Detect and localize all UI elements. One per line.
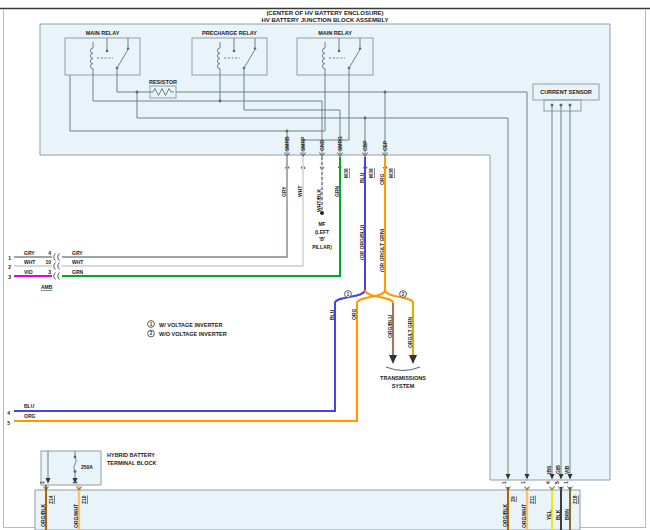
right-pin-10: 10 <box>45 259 51 265</box>
mf-line1: MF <box>318 221 325 227</box>
left-wire-vio: VIO <box>24 269 33 275</box>
header-line2: HV BATTERY JUNCTION BLOCK ASSEMBLY <box>261 17 388 23</box>
connector-code: M38 <box>388 168 394 178</box>
option-branch: 1 2 BLU ORG ORG/BLU ORG/LT GRN TRANSMISS… <box>14 290 426 421</box>
mf-ground: MF (LEFT 'B' PILLAR) <box>312 211 332 250</box>
connector-code: Z18 <box>572 495 578 504</box>
legend: 1 W/ VOLTAGE INVERTER 2 W/O VOLTAGE INVE… <box>148 321 227 337</box>
wire-blu-option1 <box>14 303 335 411</box>
pin-number: 1 <box>520 481 526 484</box>
left-connector: 1 2 3 GRY WHT VIO 4 10 3 GRY WHT GRN AMB <box>8 250 83 290</box>
wire-gry <box>62 157 287 257</box>
wire-label: ORG/BLK <box>502 504 508 527</box>
pin-number: 1 <box>72 481 78 484</box>
connector-symbol <box>54 254 60 261</box>
relay-tip-dot <box>254 47 257 50</box>
transmission-label-1: TRANSMISSIONS <box>380 375 426 381</box>
mf-line2: (LEFT <box>315 229 329 235</box>
pin-name-smrp: SMRP <box>300 136 306 151</box>
pin-number: 1 <box>501 481 507 484</box>
connector-code: Z9 <box>510 496 516 502</box>
connector-code: M36 <box>368 168 374 178</box>
resistor-label: RESISTOR <box>149 79 177 85</box>
left-pin-2: 2 <box>8 264 11 270</box>
pin-name-smrg: SMRG <box>337 136 343 151</box>
sensor-pin-gib-label: GIB <box>555 465 561 474</box>
transmission-arrow <box>389 355 397 364</box>
transmission-brace <box>386 367 420 371</box>
connector-symbol <box>54 273 60 280</box>
header-line1: (CENTER OF HV BATTERY ENCLOSURE) <box>266 10 383 16</box>
wiring-diagram: (CENTER OF HV BATTERY ENCLOSURE) HV BATT… <box>0 0 650 530</box>
left-wire-wht: WHT <box>24 259 35 265</box>
current-sensor-label: CURRENT SENSOR <box>540 89 592 95</box>
junction-dot <box>384 91 387 94</box>
terminal-block-label-2: TERMINAL BLOCK <box>107 460 156 466</box>
branch-label-blu: BLU <box>329 309 335 320</box>
pin-number: 5 <box>554 481 560 484</box>
relay-contact-dot <box>338 50 341 53</box>
pin-number: 4 <box>545 481 551 484</box>
relay-tip-dot <box>127 47 130 50</box>
legend-num-1: 1 <box>150 322 153 327</box>
pin-name-cbp: CBP <box>362 140 368 151</box>
right-pin-4: 4 <box>48 250 51 256</box>
wire-wht <box>62 157 303 266</box>
relay-contact-dot <box>233 50 236 53</box>
terminal-block-label-1: HYBRID BATTERY <box>107 452 155 458</box>
connector-code: Z14 <box>48 495 54 504</box>
branch-label-orgltgrn: ORG/LT GRN <box>407 317 413 348</box>
wire-label: BRN <box>564 509 570 520</box>
wire-label: YEL <box>546 510 552 520</box>
right-wire-grn: GRN <box>72 269 84 275</box>
legend-num-2: 2 <box>150 331 153 336</box>
branch-label-orgblu: ORG/BLU <box>387 315 393 338</box>
connector-code: M36 <box>343 168 349 178</box>
junction-pin-row: SMRB SMRP GND SMRG CBP CEP 1 2 3 4 1 1 M… <box>281 136 394 272</box>
row1-pin: 4 <box>7 410 10 416</box>
pin-number: 1 <box>39 481 45 484</box>
sensor-pin-vib-label: VIB <box>564 465 570 474</box>
junction-dot <box>136 91 139 94</box>
fuse-rating: 250A <box>81 464 93 470</box>
mf-line4: PILLAR) <box>312 244 332 250</box>
main-relay-1-label: MAIN RELAY <box>86 30 120 36</box>
wire-label: ORG/BLK <box>40 504 46 527</box>
junction-dot <box>286 130 289 133</box>
fuse-terminal-dot <box>74 456 77 459</box>
precharge-relay-label: PRECHARGE RELAY <box>202 30 257 36</box>
mf-line3: 'B' <box>319 236 325 242</box>
connector-code: Z11 <box>529 495 535 504</box>
junction-wires <box>62 157 385 290</box>
bottom-connector-strip <box>35 490 580 530</box>
wire-label: BLK <box>555 509 561 520</box>
sensor-pin-ibs-label: IBS <box>546 465 552 474</box>
transmission-arrow <box>409 355 417 364</box>
wire-label: ORG/WHT <box>521 504 527 528</box>
relay-contact-dot <box>106 50 109 53</box>
left-pin-3: 3 <box>8 274 11 280</box>
junction-dot <box>219 100 222 103</box>
pin-name-cep: CEP <box>382 140 388 151</box>
junction-dot <box>364 117 367 120</box>
main-relay-2-label: MAIN RELAY <box>318 30 352 36</box>
legend-text-2: W/O VOLTAGE INVERTER <box>159 331 227 337</box>
ground-dot <box>320 211 324 215</box>
branch-curve-org-right <box>385 290 413 303</box>
wire-label: ORG/WHT <box>73 504 79 528</box>
right-wire-gry: GRY <box>72 250 83 256</box>
connector-code-amb: AMB <box>41 284 53 290</box>
bottom-left-rows: 4 BLU 5 ORG <box>7 403 35 426</box>
left-wire-gry: GRY <box>24 250 35 256</box>
connector-symbol <box>54 263 60 270</box>
header: (CENTER OF HV BATTERY ENCLOSURE) HV BATT… <box>261 10 388 23</box>
row2-wire-label: ORG <box>24 413 36 419</box>
transmission-label-2: SYSTEM <box>392 383 415 389</box>
relay-tip-dot <box>359 47 362 50</box>
right-pin-3: 3 <box>48 269 51 275</box>
pin-number: 1 <box>563 481 569 484</box>
wire-grn <box>62 157 340 276</box>
right-wire-wht: WHT <box>72 259 83 265</box>
legend-text-1: W/ VOLTAGE INVERTER <box>159 322 222 328</box>
connector-code: Z10 <box>81 495 87 504</box>
